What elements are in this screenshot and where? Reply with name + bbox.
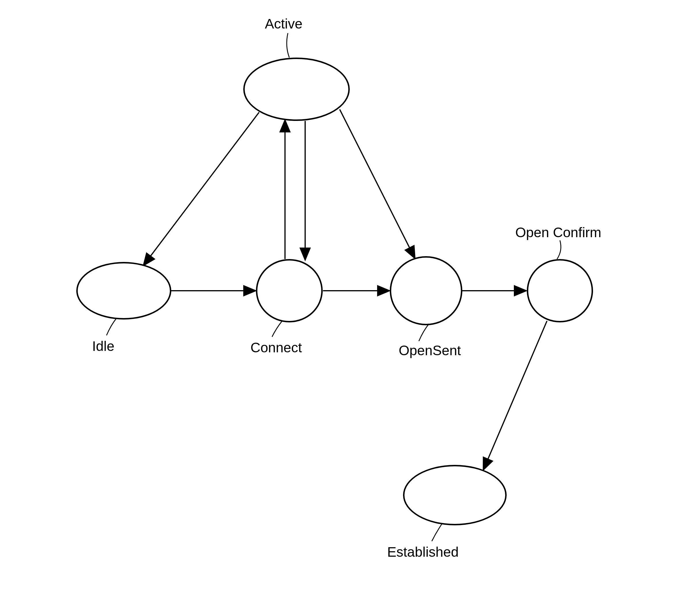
state-diagram: Active Idle Connect OpenSent Open Confir… bbox=[0, 0, 686, 616]
label-opensent: OpenSent bbox=[399, 343, 461, 358]
node-connect bbox=[256, 259, 323, 323]
label-established: Established bbox=[387, 544, 459, 560]
label-openconfirm: Open Confirm bbox=[515, 224, 601, 240]
node-idle bbox=[76, 262, 171, 320]
edge-openconfirm-established bbox=[484, 321, 547, 469]
edge-active-opensent bbox=[340, 109, 415, 258]
label-active: Active bbox=[265, 16, 303, 32]
label-connect: Connect bbox=[250, 340, 302, 355]
node-active bbox=[243, 58, 350, 121]
node-openconfirm bbox=[527, 259, 593, 323]
node-established bbox=[403, 465, 507, 525]
edge-active-idle bbox=[144, 112, 259, 265]
node-opensent bbox=[390, 256, 462, 325]
label-idle: Idle bbox=[92, 338, 114, 354]
